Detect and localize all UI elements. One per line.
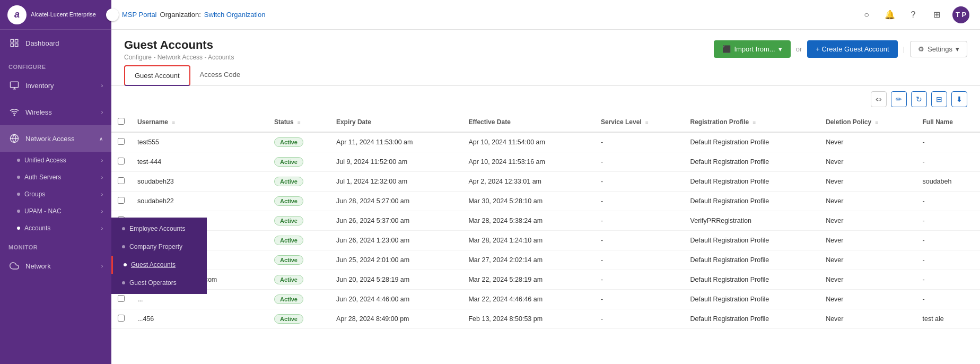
edit-button[interactable]: ✏ <box>891 91 907 107</box>
service-level-cell-6: - <box>594 250 684 270</box>
expiry-date-cell-1: Jul 9, 2024 11:52:00 am <box>330 152 462 172</box>
tabs: Guest Account Access Code <box>111 65 980 86</box>
sidebar-item-dashboard[interactable]: Dashboard <box>0 30 111 56</box>
tab-access-code[interactable]: Access Code <box>190 65 250 86</box>
import-icon: ⬛ <box>722 45 731 53</box>
expiry-date-cell-9: Apr 28, 2024 8:49:00 pm <box>330 309 462 329</box>
page-title: Guest Accounts <box>124 38 714 52</box>
svg-rect-0 <box>11 39 13 42</box>
create-guest-account-button[interactable]: + Create Guest Account <box>807 40 897 58</box>
deletion-policy-cell-7: Never <box>819 270 916 290</box>
msp-portal-link[interactable]: MSP Portal <box>122 11 157 19</box>
row-checkbox-0[interactable] <box>118 138 125 145</box>
row-checkbox-cell-9 <box>111 309 131 329</box>
bell-icon[interactable]: 🔔 <box>882 7 897 22</box>
sidebar-toggle[interactable]: ‹ <box>106 8 119 21</box>
service-level-cell-0: - <box>594 132 684 152</box>
service-level-sort-icon[interactable]: ≡ <box>645 119 649 125</box>
username-cell-0: test555 <box>131 132 268 152</box>
submenu-company-property[interactable]: Company Property <box>111 238 207 256</box>
full-name-cell-1: - <box>916 152 981 172</box>
deletion-policy-cell-0: Never <box>819 132 916 152</box>
expiry-date-cell-2: Jul 1, 2024 12:32:00 am <box>330 172 462 192</box>
service-level-cell-3: - <box>594 192 684 211</box>
or-text: or <box>796 45 802 53</box>
sidebar-sub-auth-servers[interactable]: Auth Servers › <box>0 169 111 186</box>
effective-date-cell-7: Mar 22, 2024 5:28:19 am <box>462 270 594 290</box>
status-sort-icon[interactable]: ≡ <box>298 119 301 125</box>
table-row: soudabehguest Active Jun 26, 2024 1:23:0… <box>111 231 980 250</box>
effective-date-cell-6: Mar 27, 2024 2:02:14 am <box>462 250 594 270</box>
expand-icon[interactable]: ⊞ <box>929 7 944 22</box>
split-columns-button[interactable]: ⇔ <box>871 91 887 107</box>
submenu-guest-operators[interactable]: Guest Operators <box>111 274 207 292</box>
upam-nac-chevron: › <box>101 209 103 214</box>
table-toolbar: ⇔ ✏ ↻ ⊟ ⬇ <box>111 86 980 112</box>
help-icon[interactable]: ? <box>906 7 921 22</box>
registration-profile-cell-3: Default Registration Profile <box>684 192 820 211</box>
sidebar-item-network-access[interactable]: Network Access ∧ <box>0 125 111 152</box>
status-cell-2: Active <box>268 172 330 192</box>
effective-date-cell-1: Apr 10, 2024 11:53:16 am <box>462 152 594 172</box>
settings-button[interactable]: ⚙ Settings ▾ <box>910 41 967 57</box>
tab-guest-account[interactable]: Guest Account <box>124 65 190 86</box>
status-cell-4: Active <box>268 211 330 231</box>
inventory-label: Inventory <box>25 82 54 90</box>
switch-org-link[interactable]: Switch Organization <box>204 11 266 19</box>
refresh-button[interactable]: ↻ <box>911 91 927 107</box>
import-arrow: ▾ <box>778 45 782 53</box>
service-level-header: Service Level ≡ <box>594 112 684 132</box>
reg-profile-sort-icon[interactable]: ≡ <box>753 119 756 125</box>
search-icon[interactable]: ○ <box>859 7 874 22</box>
select-all-header <box>111 112 131 132</box>
row-checkbox-2[interactable] <box>118 177 125 184</box>
table-row: soudabeh23 Active Jul 1, 2024 12:32:00 a… <box>111 172 980 192</box>
sidebar-sub-groups[interactable]: Groups › <box>0 186 111 203</box>
columns-button[interactable]: ⊟ <box>931 91 947 107</box>
sidebar-sub-unified-access[interactable]: Unified Access › <box>0 152 111 169</box>
status-cell-0: Active <box>268 132 330 152</box>
row-checkbox-8[interactable] <box>118 295 125 302</box>
row-checkbox-3[interactable] <box>118 197 125 204</box>
deletion-policy-cell-5: Never <box>819 231 916 250</box>
sidebar-sub-upam-nac[interactable]: UPAM - NAC › <box>0 203 111 220</box>
deletion-policy-header: Deletion Policy ≡ <box>819 112 916 132</box>
registration-profile-cell-7: Default Registration Profile <box>684 270 820 290</box>
sidebar-item-wireless[interactable]: Wireless › <box>0 99 111 125</box>
effective-date-cell-8: Mar 22, 2024 4:46:46 am <box>462 290 594 309</box>
svg-rect-1 <box>15 39 18 42</box>
row-checkbox-cell-0 <box>111 132 131 152</box>
service-level-cell-9: - <box>594 309 684 329</box>
sidebar-item-inventory[interactable]: Inventory › <box>0 72 111 99</box>
submenu-employee-accounts[interactable]: Employee Accounts <box>111 220 207 238</box>
wireless-icon <box>8 106 20 118</box>
full-name-cell-8: - <box>916 290 981 309</box>
deletion-sort-icon[interactable]: ≡ <box>876 119 879 125</box>
avatar[interactable]: T P <box>952 6 969 23</box>
unified-access-dot <box>17 159 20 162</box>
username-cell-3: soudabeh22 <box>131 192 268 211</box>
org-label: Organization: <box>160 11 201 19</box>
network-access-submenu: Unified Access › Auth Servers › Groups ›… <box>0 152 111 237</box>
username-sort-icon[interactable]: ≡ <box>172 119 175 125</box>
main-content: MSP Portal Organization: Switch Organiza… <box>111 0 980 364</box>
row-checkbox-1[interactable] <box>118 158 125 164</box>
registration-profile-cell-1: Default Registration Profile <box>684 152 820 172</box>
select-all-checkbox[interactable] <box>118 118 125 125</box>
import-button[interactable]: ⬛ Import from... ▾ <box>714 40 790 58</box>
full-name-cell-9: test ale <box>916 309 981 329</box>
full-name-cell-3: - <box>916 192 981 211</box>
row-checkbox-9[interactable] <box>118 315 125 322</box>
submenu-guest-accounts[interactable]: Guest Accounts <box>111 256 207 274</box>
sidebar: a Alcatel-Lucent Enterprise ‹ Dashboard … <box>0 0 111 364</box>
expiry-date-cell-6: Jun 25, 2024 2:01:00 am <box>330 250 462 270</box>
status-cell-3: Active <box>268 192 330 211</box>
monitor-section-label: MONITOR <box>0 237 111 253</box>
svg-rect-2 <box>11 44 13 47</box>
sidebar-sub-accounts[interactable]: Accounts › <box>0 220 111 237</box>
sidebar-item-network[interactable]: Network › <box>0 253 111 279</box>
table-row: ...ehsqaalcatel@gmail.com Active Jun 20,… <box>111 270 980 290</box>
username-cell-1: test-444 <box>131 152 268 172</box>
download-button[interactable]: ⬇ <box>951 91 967 107</box>
logo-text: Alcatel-Lucent Enterprise <box>31 11 96 18</box>
